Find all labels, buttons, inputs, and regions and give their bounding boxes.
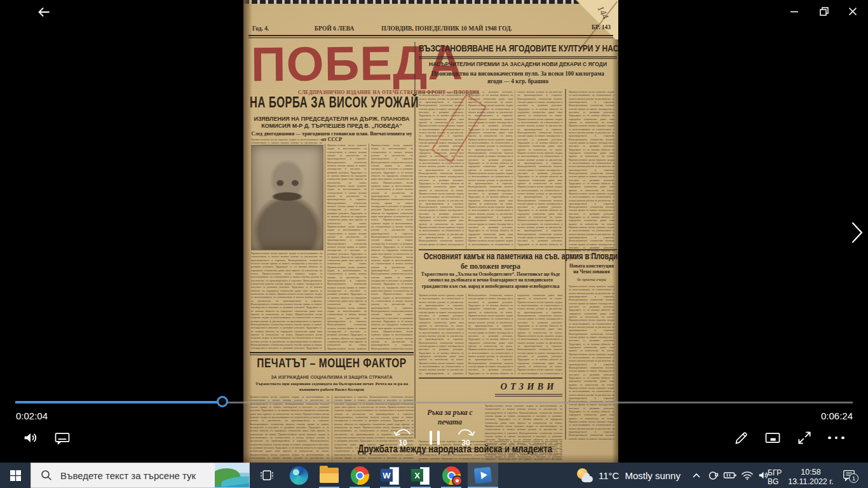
red-badge <box>452 475 463 486</box>
pause-icon <box>430 431 440 445</box>
taskbar: W X 11°C Mostly sunny <box>0 463 868 488</box>
monument-headline2: бе положен вчера <box>419 262 562 271</box>
wifi-button[interactable] <box>738 463 756 488</box>
monument-deck: Тържеството на „Хълма на Освободителите“… <box>420 272 561 290</box>
strawberries-deck: НАСЪРЧИТЕЛНИ ПРЕМИИ ЗА ЗАСАДЕНИ НОВИ ДЕК… <box>419 61 617 67</box>
strawberries-subdeck: Производство на висококачествен пулп. За… <box>428 70 608 85</box>
column-rule <box>325 144 325 351</box>
press-subdeck: Тържеството при закриване седмицата на б… <box>251 381 412 393</box>
photo-precede-text: Правителството взема нужните мерки за въ… <box>251 138 322 144</box>
hidden-icons-button[interactable] <box>688 463 705 488</box>
skip-back-10-icon: 10 <box>391 426 414 447</box>
folio-price: БРОЙ 6 ЛЕВА <box>315 25 354 32</box>
column-rule <box>369 144 369 351</box>
restore-icon <box>818 6 830 17</box>
section-rule <box>419 249 617 250</box>
taskbar-search[interactable] <box>31 463 250 488</box>
fullscreen-icon <box>796 430 813 446</box>
taskbar-app-file-explorer[interactable] <box>314 463 344 488</box>
skip-forward-30-icon: 30 <box>454 426 477 447</box>
strawberries-headline: ВЪЗСТАНОВЯВАНЕ НА ЯГОДОВИТЕ КУЛТУРИ У НА… <box>419 43 617 59</box>
language-indicator[interactable]: БГР BG <box>768 463 789 488</box>
start-button[interactable] <box>0 463 31 488</box>
close-icon <box>847 6 858 17</box>
reviews-headline: ОТЗИВИ <box>495 381 562 396</box>
task-view-button[interactable] <box>252 463 282 488</box>
minimize-button[interactable] <box>783 3 805 20</box>
elapsed-time: 0:02:04 <box>16 410 48 421</box>
press-deck: ЗА ИЗГРАЖДАНЕ СОЦИАЛИЗМА И ЗАЩИТА СТРАНА… <box>250 375 414 379</box>
mini-player-button[interactable] <box>759 424 786 451</box>
search-icon <box>40 469 53 482</box>
app-window: 144 Год. 4. БРОЙ 6 ЛЕВА ПЛОВДИВ, ПОНЕДЕЛ… <box>0 0 868 488</box>
harvest-body-col2: Правителството взема нужните мерки за въ… <box>327 144 367 351</box>
harvest-body-col1: Правителството взема нужните мерки за въ… <box>251 252 322 351</box>
volume-button[interactable] <box>17 424 44 451</box>
total-time: 0:06:24 <box>821 410 853 421</box>
edit-button[interactable] <box>728 424 755 451</box>
weather-widget[interactable]: 11°C Mostly sunny <box>574 463 683 488</box>
weather-condition: Mostly sunny <box>625 470 681 481</box>
notification-icon: 1 <box>842 469 856 482</box>
constitution-body: Правителството взема нужните мерки за въ… <box>569 285 614 440</box>
taskbar-app-chrome-badged[interactable] <box>436 463 466 488</box>
language-line2: BG <box>768 477 789 486</box>
next-button[interactable] <box>848 217 867 248</box>
mini-player-icon <box>764 429 782 447</box>
constitution-deck: бе приета вчера <box>567 277 616 281</box>
film-strip-edge <box>243 0 618 4</box>
search-highlights-art[interactable] <box>215 463 249 487</box>
portrait-photo <box>251 145 323 250</box>
excel-icon: X <box>411 466 430 485</box>
pause-button[interactable] <box>421 424 448 451</box>
restore-button[interactable] <box>813 3 835 20</box>
clock[interactable]: 10:58 13.11.2022 г. <box>788 463 834 488</box>
chrome-icon <box>351 466 369 485</box>
taskbar-app-excel[interactable]: X <box>405 463 436 488</box>
skip-back-button[interactable]: 10 <box>390 423 416 450</box>
language-line1: БГР <box>768 468 789 477</box>
taskbar-app-chrome[interactable] <box>344 463 375 488</box>
edge-icon <box>290 466 308 485</box>
notification-center-button[interactable]: 1 <box>836 463 862 488</box>
clock-time: 10:58 <box>788 468 834 477</box>
more-options-button[interactable] <box>823 424 850 451</box>
word-icon: W <box>381 466 400 485</box>
taskbar-app-word[interactable]: W <box>375 463 405 488</box>
tray-app-icon <box>708 470 719 481</box>
subtitles-button[interactable] <box>49 424 76 451</box>
taskbar-app-films-tv[interactable] <box>468 463 498 488</box>
back-arrow-icon <box>36 4 51 20</box>
volume-icon <box>22 429 39 447</box>
back-button[interactable] <box>33 3 55 22</box>
clock-date: 13.11.2022 г. <box>788 477 834 487</box>
press-headline: ПЕЧАТЪТ – МОЩЕН ФАКТОР <box>250 355 414 370</box>
seek-bar-thumb[interactable] <box>217 396 228 407</box>
fullscreen-button[interactable] <box>791 424 818 451</box>
windows-logo-icon <box>10 470 21 481</box>
harvest-headline: НА БОРБА ЗА ВИСОК УРОЖАЙ <box>250 94 414 111</box>
films-tv-icon <box>474 467 492 484</box>
ellipsis-icon <box>828 437 844 440</box>
pencil-icon <box>733 430 750 446</box>
skip-forward-button[interactable]: 30 <box>452 423 479 450</box>
close-button[interactable] <box>842 3 864 20</box>
taskbar-app-edge[interactable] <box>283 463 314 488</box>
battery-charging-icon <box>723 470 737 480</box>
monument-headline: Основният камък на паметника на съв. арм… <box>424 252 612 261</box>
task-view-icon <box>259 468 275 483</box>
folio-dateline: ПЛОВДИВ, ПОНЕДЕЛНИК 10 МАЙ 1948 ГОД. <box>355 25 539 32</box>
column-rule <box>565 89 566 440</box>
search-input[interactable] <box>59 470 214 482</box>
video-surface[interactable]: 144 Год. 4. БРОЙ 6 ЛЕВА ПЛОВДИВ, ПОНЕДЕЛ… <box>243 0 618 463</box>
constitution-headline: Новата конституция на Чехословакия <box>567 263 616 275</box>
notification-badge: 1 <box>849 473 858 483</box>
harvest-deck: ИЗЯВЛЕНИЯ НА ПРЕДСЕДАТЕЛЯ НА ДЪРЖ. ПЛАНО… <box>252 116 411 130</box>
battery-button[interactable] <box>721 463 739 488</box>
folio-issue: БР. 143 <box>592 24 611 30</box>
harvest-body-col3: Правителството взема нужните мерки за въ… <box>371 144 413 351</box>
closed-captions-icon <box>53 429 71 447</box>
tray-app-button[interactable] <box>705 463 721 488</box>
file-explorer-icon <box>320 468 339 483</box>
monument-body: Правителството взема нужните мерки за въ… <box>419 294 562 375</box>
